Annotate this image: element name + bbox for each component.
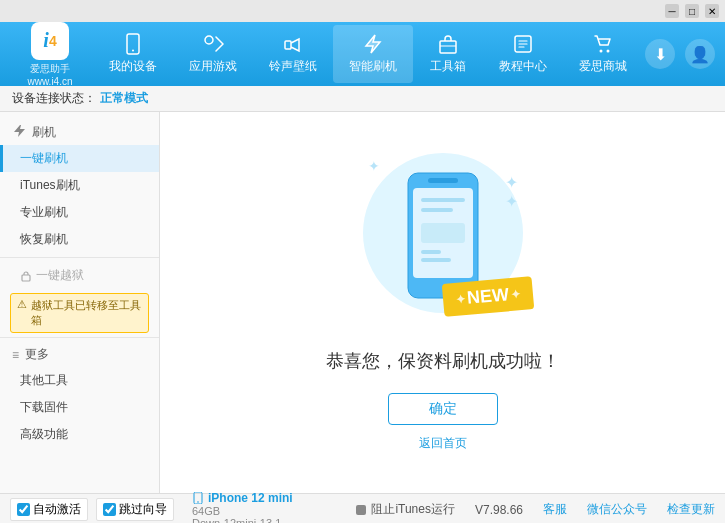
minimize-button[interactable]: ─: [665, 4, 679, 18]
status-value: 正常模式: [100, 90, 148, 107]
more-section-icon: ≡: [12, 348, 19, 362]
svg-point-20: [197, 501, 199, 503]
nav-tutorial-icon: [512, 33, 534, 55]
svg-rect-21: [356, 505, 366, 515]
close-button[interactable]: ✕: [705, 4, 719, 18]
sidebar-item-one-click-flash[interactable]: 一键刷机: [0, 145, 159, 172]
stop-itunes-label: 阻止iTunes运行: [371, 501, 455, 518]
svg-point-1: [132, 50, 134, 52]
nav-toolbox[interactable]: 工具箱: [413, 25, 483, 83]
phone-icon: [192, 492, 204, 504]
nav-ringtone-label: 铃声壁纸: [269, 58, 317, 75]
svg-rect-15: [421, 208, 453, 212]
auto-flash-label: 自动激活: [33, 501, 81, 518]
logo-name: 爱思助手: [30, 62, 70, 76]
nav-ringtone[interactable]: 铃声壁纸: [253, 25, 333, 83]
sidebar-item-other-tools[interactable]: 其他工具: [0, 367, 159, 394]
nav-apps-label: 应用游戏: [189, 58, 237, 75]
content-area: ✦ NEW ✦ ✦✦ ✦ 恭喜您，保资料刷机成功啦！ 确定 返回首页: [160, 112, 725, 493]
device-storage: 64GB: [192, 505, 347, 517]
nav-store-icon: [592, 33, 614, 55]
sidebar-warning: ⚠ 越狱工具已转移至工具箱: [10, 293, 149, 333]
confirm-button[interactable]: 确定: [388, 393, 498, 425]
sidebar-item-advanced[interactable]: 高级功能: [0, 421, 159, 448]
stop-icon: [355, 504, 367, 516]
update-link[interactable]: 检查更新: [667, 501, 715, 518]
success-illustration: ✦ NEW ✦ ✦✦ ✦: [353, 153, 533, 333]
sidebar-item-itunes-flash[interactable]: iTunes刷机: [0, 172, 159, 199]
nav-flash-label: 智能刷机: [349, 58, 397, 75]
device-model: Down-12mini-13,1: [192, 517, 347, 524]
lock-icon: [20, 270, 32, 282]
nav-device-icon: [122, 33, 144, 55]
download-button[interactable]: ⬇: [645, 39, 675, 69]
sidebar-item-jailbreak: 一键越狱: [0, 262, 159, 289]
user-button[interactable]: 👤: [685, 39, 715, 69]
nav-tutorial[interactable]: 教程中心: [483, 25, 563, 83]
bottom-bar: 自动激活 跳过向导 iPhone 12 mini 64GB Down-12min…: [0, 493, 725, 523]
svg-rect-3: [285, 41, 291, 49]
auto-flash-check[interactable]: [17, 503, 30, 516]
warning-icon: ⚠: [17, 298, 27, 311]
flash-section-icon: [12, 124, 26, 141]
skip-wizard-check[interactable]: [103, 503, 116, 516]
more-section-label: 更多: [25, 346, 49, 363]
header-right: ⬇ 👤: [645, 39, 715, 69]
svg-rect-14: [421, 198, 465, 202]
service-link[interactable]: 客服: [543, 501, 567, 518]
version-text: V7.98.66: [475, 503, 523, 517]
nav-bar: 我的设备 应用游戏 铃声壁纸: [90, 25, 645, 83]
svg-rect-18: [421, 258, 451, 262]
logo: i4 爱思助手 www.i4.cn: [10, 22, 90, 87]
svg-point-8: [606, 50, 609, 53]
device-info: iPhone 12 mini 64GB Down-12mini-13,1: [192, 491, 347, 524]
sidebar-item-download-firmware[interactable]: 下载固件: [0, 394, 159, 421]
main-layout: 刷机 一键刷机 iTunes刷机 专业刷机 恢复刷机 一键越狱 ⚠ 越狱工具已转…: [0, 112, 725, 493]
sidebar: 刷机 一键刷机 iTunes刷机 专业刷机 恢复刷机 一键越狱 ⚠ 越狱工具已转…: [0, 112, 160, 493]
svg-point-7: [599, 50, 602, 53]
svg-rect-16: [421, 223, 465, 243]
nav-flash-icon: [362, 33, 384, 55]
wechat-link[interactable]: 微信公众号: [587, 501, 647, 518]
auto-flash-checkbox[interactable]: 自动激活: [10, 498, 88, 521]
svg-rect-4: [440, 41, 456, 53]
nav-store[interactable]: 爱思商城: [563, 25, 643, 83]
flash-section-header: 刷机: [0, 120, 159, 145]
status-label: 设备连接状态：: [12, 90, 96, 107]
jailbreak-label: 一键越狱: [36, 267, 84, 284]
status-bar: 设备连接状态： 正常模式: [0, 86, 725, 112]
new-badge: ✦ NEW ✦: [441, 276, 534, 317]
logo-icon: i4: [31, 22, 69, 60]
header: i4 爱思助手 www.i4.cn 我的设备 应用游戏: [0, 22, 725, 86]
success-text: 恭喜您，保资料刷机成功啦！: [326, 349, 560, 373]
more-section: ≡ 更多 其他工具 下载固件 高级功能: [0, 342, 159, 448]
nav-my-device[interactable]: 我的设备: [93, 25, 173, 83]
nav-apps-icon: [202, 33, 224, 55]
sidebar-divider-1: [0, 257, 159, 258]
nav-apps-games[interactable]: 应用游戏: [173, 25, 253, 83]
nav-device-label: 我的设备: [109, 58, 157, 75]
bottom-right: 阻止iTunes运行 V7.98.66 客服 微信公众号 检查更新: [355, 501, 715, 518]
sidebar-item-restore-flash[interactable]: 恢复刷机: [0, 226, 159, 253]
skip-wizard-label: 跳过向导: [119, 501, 167, 518]
maximize-button[interactable]: □: [685, 4, 699, 18]
decoration-star-left: ✦: [368, 158, 380, 174]
nav-smart-flash[interactable]: 智能刷机: [333, 25, 413, 83]
stop-itunes-button[interactable]: 阻止iTunes运行: [355, 501, 455, 518]
nav-ringtone-icon: [282, 33, 304, 55]
logo-url: www.i4.cn: [27, 76, 72, 87]
svg-rect-9: [22, 275, 30, 281]
sidebar-divider-2: [0, 337, 159, 338]
sidebar-item-pro-flash[interactable]: 专业刷机: [0, 199, 159, 226]
back-link[interactable]: 返回首页: [419, 435, 467, 452]
svg-point-2: [205, 36, 213, 44]
device-name: iPhone 12 mini: [208, 491, 293, 505]
warning-text: 越狱工具已转移至工具箱: [31, 298, 142, 328]
skip-wizard-checkbox[interactable]: 跳过向导: [96, 498, 174, 521]
decoration-stars: ✦✦: [505, 173, 518, 211]
svg-rect-13: [428, 178, 458, 183]
svg-rect-17: [421, 250, 441, 254]
flash-section: 刷机 一键刷机 iTunes刷机 专业刷机 恢复刷机: [0, 120, 159, 253]
nav-toolbox-icon: [437, 33, 459, 55]
nav-tutorial-label: 教程中心: [499, 58, 547, 75]
